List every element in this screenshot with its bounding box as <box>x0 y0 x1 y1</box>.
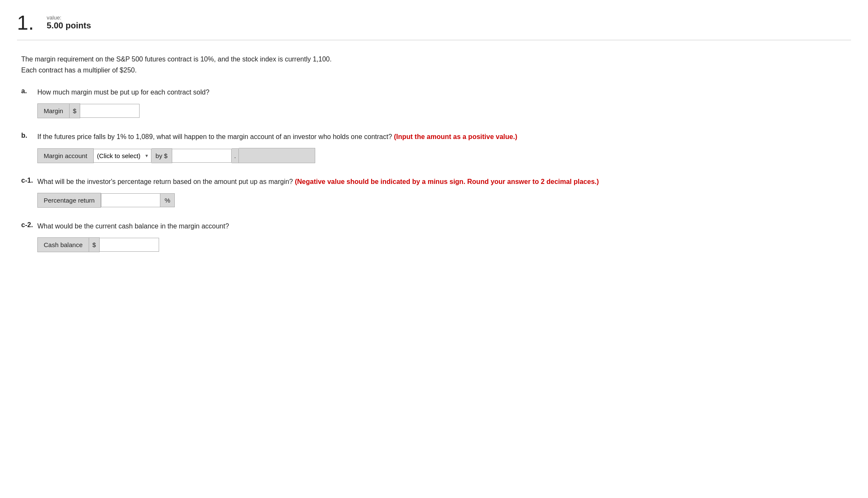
by-label: by $ <box>151 148 172 163</box>
part-c2: c-2. What would be the current cash bala… <box>21 221 851 252</box>
margin-input[interactable] <box>80 104 140 118</box>
part-a-text: How much margin must be put up for each … <box>37 87 210 97</box>
part-c1-text: What will be the investor's percentage r… <box>37 177 599 187</box>
question-value-block: value: 5.00 points <box>47 13 91 31</box>
part-a-label: a. How much margin must be put up for ea… <box>21 87 851 97</box>
question-intro-text: The margin requirement on the S&P 500 fu… <box>21 54 851 75</box>
select-wrapper: (Click to select) will fall will rise <box>94 149 151 163</box>
margin-account-label: Margin account <box>37 148 94 163</box>
part-b-label: b. If the futures price falls by 1% to 1… <box>21 132 851 142</box>
margin-account-select[interactable]: (Click to select) will fall will rise <box>94 149 151 163</box>
part-c1: c-1. What will be the investor's percent… <box>21 177 851 208</box>
part-a-input-row: Margin $ <box>37 103 851 118</box>
part-c2-label: c-2. What would be the current cash bala… <box>21 221 851 231</box>
part-c1-letter: c-1. <box>21 177 34 184</box>
part-c1-label: c-1. What will be the investor's percent… <box>21 177 851 187</box>
percent-sign: % <box>160 193 175 207</box>
margin-dollar-sign: $ <box>70 103 80 118</box>
part-b-text: If the futures price falls by 1% to 1,08… <box>37 132 517 142</box>
part-c1-instruction: (Negative value should be indicated by a… <box>295 178 599 185</box>
part-b-letter: b. <box>21 132 34 139</box>
part-a: a. How much margin must be put up for ea… <box>21 87 851 118</box>
question-header: 1. value: 5.00 points <box>17 13 851 40</box>
part-b: b. If the futures price falls by 1% to 1… <box>21 132 851 163</box>
value-label: value: <box>47 14 91 21</box>
part-b-input-row: Margin account (Click to select) will fa… <box>37 148 851 163</box>
after-area <box>239 148 315 163</box>
question-number: 1. <box>17 13 34 33</box>
percentage-return-input[interactable] <box>101 193 160 207</box>
percentage-return-label: Percentage return <box>37 193 101 208</box>
cash-balance-label: Cash balance <box>37 237 89 252</box>
question-body: The margin requirement on the S&P 500 fu… <box>17 54 851 252</box>
part-c2-input-row: Cash balance $ <box>37 237 851 252</box>
cash-balance-input[interactable] <box>100 238 159 252</box>
period: . <box>232 148 239 163</box>
part-a-letter: a. <box>21 87 34 95</box>
part-c2-letter: c-2. <box>21 221 34 229</box>
part-c1-input-row: Percentage return % <box>37 193 851 208</box>
value-points: 5.00 points <box>47 21 91 31</box>
part-b-instruction: (Input the amount as a positive value.) <box>394 133 518 140</box>
margin-amount-input[interactable] <box>172 149 232 163</box>
cash-balance-dollar-sign: $ <box>89 237 100 252</box>
part-c2-text: What would be the current cash balance i… <box>37 221 229 231</box>
margin-label: Margin <box>37 103 70 118</box>
